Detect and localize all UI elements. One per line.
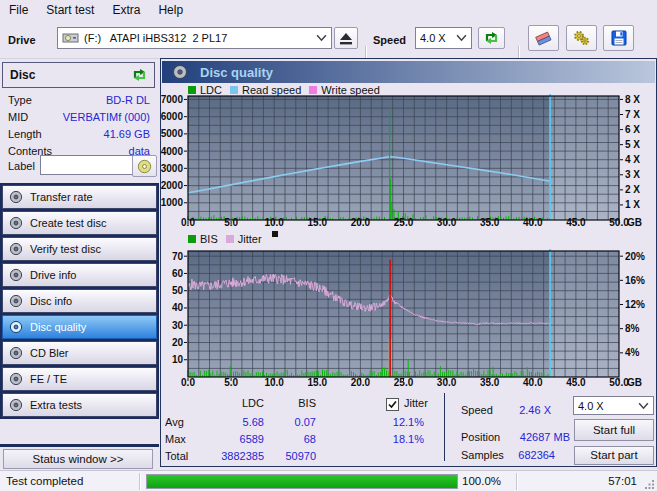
disc-info-row: MIDVERBATIMf (000) xyxy=(8,111,152,127)
settings-button[interactable] xyxy=(566,25,597,51)
eject-icon xyxy=(339,32,353,45)
eject-button[interactable] xyxy=(334,27,358,49)
statusbar-separator xyxy=(139,473,141,490)
disc-quality-icon xyxy=(172,64,188,80)
info-label-type: Type xyxy=(8,94,32,106)
disc-info-row: TypeBD-R DL xyxy=(8,94,152,110)
legend-label: Jitter xyxy=(238,233,262,245)
legend-item-bis: BIS xyxy=(188,233,218,245)
menu-file[interactable]: File xyxy=(0,0,37,20)
stats-total-bis: 50970 xyxy=(271,450,316,462)
toolbar: Drive (F:) ATAPI iHBS312 2 PL17 Speed 4.… xyxy=(0,20,657,59)
x-axis-unit: GB xyxy=(627,217,642,228)
eraser-icon xyxy=(534,30,553,47)
sidebar-item-fe-te[interactable]: FE / TE xyxy=(2,367,157,391)
disc-icon xyxy=(9,268,23,282)
stats-max-ldc: 6589 xyxy=(201,433,264,445)
erase-disc-button[interactable] xyxy=(528,25,559,51)
disc-quality-chart: 10002000300040005000600070008 X7 X6 X5 X… xyxy=(161,91,657,241)
y-axis-right-label: 5 X xyxy=(625,139,640,150)
stats-avg-bis: 0.07 xyxy=(271,416,316,428)
refresh-disc-button[interactable] xyxy=(127,65,151,85)
stats-row-label: Max xyxy=(165,433,186,445)
sidebar-item-verify-test-disc[interactable]: Verify test disc xyxy=(2,237,157,261)
y-axis-label: 6000 xyxy=(161,111,183,122)
speed-label: Speed xyxy=(373,34,406,46)
sidebar-divider xyxy=(0,444,159,447)
stats-avg-jitter: 12.1% xyxy=(341,416,424,428)
position-value: 42687 MB xyxy=(491,431,570,443)
legend-label: BIS xyxy=(200,233,218,245)
legend-max-marker xyxy=(272,231,278,237)
y-axis-right-label: 8% xyxy=(625,323,640,334)
sidebar-item-cd-bler[interactable]: CD Bler xyxy=(2,341,157,365)
menu-help[interactable]: Help xyxy=(149,0,192,20)
status-window-button[interactable]: Status window >> xyxy=(3,449,153,469)
sidebar-item-label: Drive info xyxy=(30,269,76,281)
current-speed-value: 2.46 X xyxy=(491,404,551,416)
legend-item-jitter: Jitter xyxy=(226,233,262,245)
resize-grip[interactable] xyxy=(645,479,655,489)
stats-col-ldc: LDC xyxy=(201,397,264,409)
y-axis-right-label: 8 X xyxy=(625,94,640,105)
samples-value: 682364 xyxy=(491,449,555,461)
y-axis-right-label: 12% xyxy=(625,299,645,310)
disc-icon xyxy=(9,398,23,412)
y-axis-right-label: 20% xyxy=(625,251,645,262)
main-panel: Disc quality LDCRead speedWrite speed 10… xyxy=(160,58,657,467)
sidebar-item-extra-tests[interactable]: Extra tests xyxy=(2,393,157,417)
info-label-mid: MID xyxy=(8,111,28,123)
label-input[interactable] xyxy=(40,155,134,175)
disc-icon xyxy=(9,190,23,204)
stats-row-label: Avg xyxy=(165,416,184,428)
page-header: Disc quality xyxy=(162,61,655,83)
menu-bar: FileStart testExtraHelp xyxy=(0,0,657,20)
y-axis-label: 1000 xyxy=(161,197,183,208)
test-speed-select[interactable]: 4.0 X xyxy=(573,396,654,415)
speed-select[interactable]: 4.0 X xyxy=(415,27,472,49)
drive-select-value: (F:) ATAPI iHBS312 2 PL17 xyxy=(84,32,316,44)
disc-icon xyxy=(9,346,23,360)
y-axis-label: 30 xyxy=(172,320,184,331)
start-full-button[interactable]: Start full xyxy=(574,419,654,441)
y-axis-right-label: 3 X xyxy=(625,169,640,180)
sidebar-item-create-test-disc[interactable]: Create test disc xyxy=(2,211,157,235)
check-icon xyxy=(387,399,398,410)
start-part-button[interactable]: Start part xyxy=(574,446,654,465)
y-axis-right-label: 4 X xyxy=(625,154,640,165)
y-axis-label: 3000 xyxy=(161,163,183,174)
y-axis-right-label: 1 X xyxy=(625,199,640,210)
x-axis-unit: GB xyxy=(627,377,642,388)
menu-start-test[interactable]: Start test xyxy=(37,0,103,20)
sidebar-item-transfer-rate[interactable]: Transfer rate xyxy=(2,185,157,209)
save-button[interactable] xyxy=(603,25,634,51)
test-speed-select-value: 4.0 X xyxy=(578,400,638,412)
refresh-speed-button[interactable] xyxy=(478,27,505,49)
status-bar: Test completed 100.0% 57:01 xyxy=(0,470,657,491)
save-icon xyxy=(610,29,628,47)
sidebar-item-disc-quality[interactable]: Disc quality xyxy=(2,315,157,339)
progress-percent: 100.0% xyxy=(462,475,501,487)
sidebar: Disc TypeBD-R DLMIDVERBATIMf (000)Length… xyxy=(0,58,160,470)
y-axis-right-label: 4% xyxy=(625,347,640,358)
sidebar-item-label: Disc info xyxy=(30,295,72,307)
refresh-icon xyxy=(131,67,148,83)
chevron-down-icon xyxy=(456,34,467,42)
y-axis-right-label: 2 X xyxy=(625,184,640,195)
sidebar-item-label: Extra tests xyxy=(30,399,82,411)
y-axis-right-label: 16% xyxy=(625,275,645,286)
stats-max-jitter: 18.1% xyxy=(341,433,424,445)
sidebar-item-drive-info[interactable]: Drive info xyxy=(2,263,157,287)
refresh-icon xyxy=(483,30,500,46)
disc-icon xyxy=(9,242,23,256)
y-axis-label: 70 xyxy=(172,251,184,262)
status-text: Test completed xyxy=(6,475,83,487)
menu-extra[interactable]: Extra xyxy=(103,0,149,20)
sidebar-item-disc-info[interactable]: Disc info xyxy=(2,289,157,313)
bis-jitter-chart: 1020304050607020%16%12%8%4%0.05.010.015.… xyxy=(161,245,657,395)
write-label-button[interactable] xyxy=(132,155,157,177)
disc-panel-title: Disc xyxy=(10,68,127,82)
drive-select[interactable]: (F:) ATAPI iHBS312 2 PL17 xyxy=(57,27,332,49)
jitter-checkbox[interactable] xyxy=(386,398,399,411)
y-axis-label: 40 xyxy=(172,302,184,313)
